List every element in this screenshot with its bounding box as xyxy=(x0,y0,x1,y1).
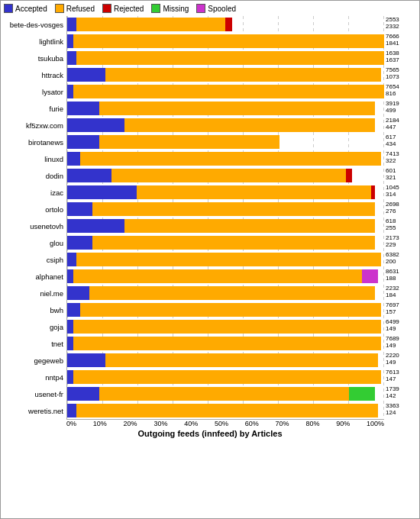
bar-stack xyxy=(67,102,384,115)
legend-missing: Missing xyxy=(151,4,189,13)
y-label: alphanet xyxy=(4,268,66,285)
bar-segment xyxy=(111,169,346,182)
bar-stack xyxy=(67,320,384,334)
bar-stack xyxy=(67,236,384,250)
legend-spooled: Spooled xyxy=(196,4,236,13)
bar-row: 2173229 xyxy=(67,234,384,251)
bar-row: 8631188 xyxy=(67,268,384,285)
bar-stack xyxy=(67,337,384,350)
bar-row: 1045314 xyxy=(67,184,384,201)
bar-row: 7689149 xyxy=(67,335,384,352)
refused-label: Refused xyxy=(66,5,95,13)
bar-segment xyxy=(67,236,92,250)
x-axis-label: 0% xyxy=(66,420,76,427)
bar-segment xyxy=(73,34,384,48)
spooled-color-box xyxy=(196,4,205,13)
bar-value-label: 6382200 xyxy=(386,252,399,266)
bar-value-label: 7613147 xyxy=(386,369,399,383)
legend-refused: Refused xyxy=(55,4,95,13)
bar-segment xyxy=(76,253,380,266)
bar-value-label: 1045314 xyxy=(386,185,399,198)
y-label: lysator xyxy=(4,83,66,100)
bar-stack xyxy=(67,34,384,48)
bar-stack xyxy=(67,18,384,31)
bar-value-label: 7654816 xyxy=(386,84,399,98)
bar-segment xyxy=(76,18,225,31)
bar-segment xyxy=(67,286,89,300)
x-axis-label: 60% xyxy=(245,420,259,427)
bar-stack xyxy=(67,51,384,65)
bar-value-label: 601321 xyxy=(386,168,396,182)
bar-stack xyxy=(67,135,384,149)
y-label: csiph xyxy=(4,251,66,268)
legend-rejected: Rejected xyxy=(102,4,144,13)
x-axis-label: 30% xyxy=(153,420,167,427)
bar-segment xyxy=(67,320,73,334)
bar-segment xyxy=(73,85,384,98)
x-axis-labels: 0%10%20%30%40%50%60%70%80%90%100% xyxy=(66,420,384,427)
bar-segment xyxy=(76,51,384,65)
bar-segment xyxy=(124,219,375,233)
refused-color-box xyxy=(55,4,64,13)
bar-segment xyxy=(67,68,105,82)
x-axis-label: 90% xyxy=(336,420,350,427)
x-axis-label: 100% xyxy=(367,420,384,427)
bar-segment xyxy=(67,353,105,367)
bar-row: 601321 xyxy=(67,167,384,184)
y-label: ortolo xyxy=(4,201,66,218)
bar-stack xyxy=(67,85,384,98)
bar-row: 76661841 xyxy=(67,33,384,50)
y-label: weretis.net xyxy=(4,402,66,419)
bar-segment xyxy=(124,118,375,132)
bar-segment xyxy=(92,202,374,216)
bar-row: 2184447 xyxy=(67,117,384,134)
bar-segment xyxy=(67,169,111,182)
bar-segment xyxy=(105,353,378,367)
bar-segment xyxy=(99,102,375,115)
y-label: lightlink xyxy=(4,33,66,50)
y-label: usenet-fr xyxy=(4,385,66,402)
bar-segment xyxy=(346,169,352,182)
bar-row: 16381637 xyxy=(67,50,384,66)
bar-value-label: 76661841 xyxy=(386,34,399,47)
bar-segment xyxy=(371,185,374,199)
bar-segment xyxy=(67,51,76,65)
bar-value-label: 6499149 xyxy=(386,319,399,333)
bar-value-label: 3919499 xyxy=(386,101,399,114)
bar-segment xyxy=(67,269,73,283)
y-label: gegeweb xyxy=(4,352,66,369)
bar-row: 7654816 xyxy=(67,83,384,100)
bar-row: 2220149 xyxy=(67,352,384,369)
x-axis-label: 80% xyxy=(305,420,319,427)
legend: Accepted Refused Rejected Missing Spoole… xyxy=(4,4,416,13)
bar-segment xyxy=(67,118,124,132)
y-label: glou xyxy=(4,234,66,251)
y-label: bete-des-vosges xyxy=(4,16,66,33)
bar-segment xyxy=(362,269,378,283)
y-label: birotanews xyxy=(4,134,66,150)
bar-segment xyxy=(137,185,371,199)
bar-segment xyxy=(99,387,350,401)
y-axis: bete-des-vosgeslightlinktsukubahttrackly… xyxy=(4,16,66,420)
y-label: niel.me xyxy=(4,285,66,301)
bar-row: 2698276 xyxy=(67,201,384,218)
chart-container: Accepted Refused Rejected Missing Spoole… xyxy=(0,0,420,519)
bar-row: 3363124 xyxy=(67,402,384,419)
bar-segment xyxy=(67,135,99,149)
bar-value-label: 2232184 xyxy=(386,285,399,299)
bar-segment xyxy=(92,236,374,250)
bar-row: 6499149 xyxy=(67,318,384,335)
bar-stack xyxy=(67,169,384,182)
bar-stack xyxy=(67,219,384,233)
bar-value-label: 2220149 xyxy=(386,353,399,366)
bar-row: 617434 xyxy=(67,134,384,150)
bar-value-label: 618255 xyxy=(386,218,396,232)
bar-segment xyxy=(67,303,80,317)
y-label: izac xyxy=(4,184,66,201)
bar-segment xyxy=(67,18,76,31)
bar-segment xyxy=(67,202,92,216)
bar-segment xyxy=(67,370,73,384)
bar-value-label: 8631188 xyxy=(386,269,399,282)
bar-value-label: 7413322 xyxy=(386,151,399,165)
bar-segment xyxy=(67,337,73,350)
